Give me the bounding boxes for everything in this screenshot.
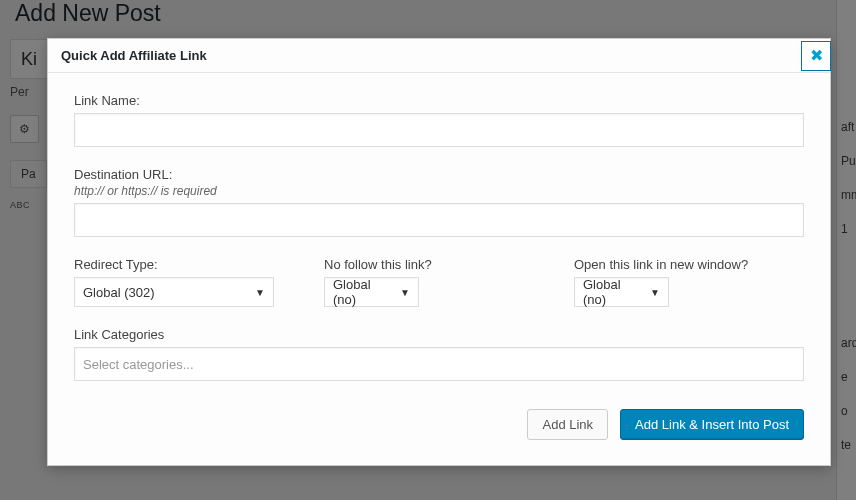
link-name-input[interactable] xyxy=(74,113,804,147)
chevron-down-icon: ▼ xyxy=(650,287,660,298)
link-name-row: Link Name: xyxy=(74,93,804,147)
new-window-select[interactable]: Global (no) ▼ xyxy=(574,277,669,307)
redirect-type-label: Redirect Type: xyxy=(74,257,304,272)
add-link-insert-button[interactable]: Add Link & Insert Into Post xyxy=(620,409,804,440)
destination-url-hint: http:// or https:// is required xyxy=(74,184,804,198)
chevron-down-icon: ▼ xyxy=(400,287,410,298)
no-follow-value: Global (no) xyxy=(333,277,394,307)
new-window-label: Open this link in new window? xyxy=(574,257,804,272)
new-window-value: Global (no) xyxy=(583,277,644,307)
close-button[interactable]: ✖ xyxy=(801,41,831,71)
new-window-col: Open this link in new window? Global (no… xyxy=(574,257,804,307)
redirect-type-value: Global (302) xyxy=(83,285,155,300)
chevron-down-icon: ▼ xyxy=(255,287,265,298)
options-row: Redirect Type: Global (302) ▼ No follow … xyxy=(74,257,804,307)
link-categories-label: Link Categories xyxy=(74,327,804,342)
link-categories-row: Link Categories xyxy=(74,327,804,381)
modal-header: Quick Add Affiliate Link ✖ xyxy=(48,39,830,73)
add-link-button[interactable]: Add Link xyxy=(527,409,608,440)
no-follow-col: No follow this link? Global (no) ▼ xyxy=(324,257,554,307)
destination-url-input[interactable] xyxy=(74,203,804,237)
close-icon: ✖ xyxy=(810,46,823,65)
redirect-type-col: Redirect Type: Global (302) ▼ xyxy=(74,257,304,307)
redirect-type-select[interactable]: Global (302) ▼ xyxy=(74,277,274,307)
destination-url-row: Destination URL: http:// or https:// is … xyxy=(74,167,804,237)
modal-footer: Add Link Add Link & Insert Into Post xyxy=(74,401,804,440)
link-categories-input[interactable] xyxy=(74,347,804,381)
link-name-label: Link Name: xyxy=(74,93,804,108)
no-follow-label: No follow this link? xyxy=(324,257,554,272)
modal-body: Link Name: Destination URL: http:// or h… xyxy=(48,73,830,465)
modal-title: Quick Add Affiliate Link xyxy=(61,48,207,63)
no-follow-select[interactable]: Global (no) ▼ xyxy=(324,277,419,307)
quick-add-affiliate-modal: Quick Add Affiliate Link ✖ Link Name: De… xyxy=(47,38,831,466)
destination-url-label: Destination URL: xyxy=(74,167,804,182)
